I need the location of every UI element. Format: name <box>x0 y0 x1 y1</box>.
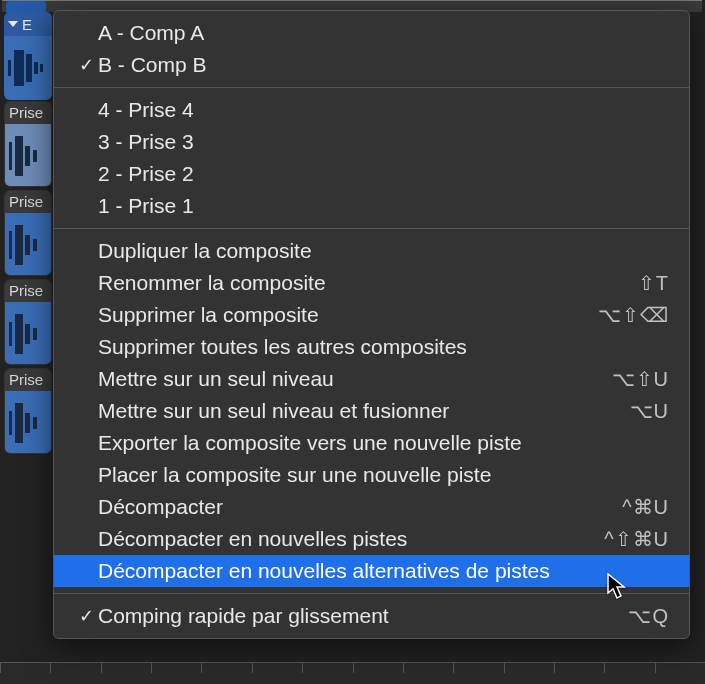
menu-item-unpack-new-track-alternatives[interactable]: Décompacter en nouvelles alternatives de… <box>54 555 689 587</box>
menu-item-label: Exporter la composite vers une nouvelle … <box>98 431 669 455</box>
menu-item-label: Supprimer toutes les autres composites <box>98 335 669 359</box>
comp-region-header[interactable]: E <box>4 12 52 36</box>
menu-item-label: Mettre sur un seul niveau et fusionner <box>98 399 630 423</box>
take-region[interactable]: Prise <box>4 279 52 365</box>
checkmark-icon: ✓ <box>74 54 98 76</box>
menu-item-label: Renommer la composite <box>98 271 638 295</box>
menu-item-take-3[interactable]: 3 - Prise 3 <box>54 126 689 158</box>
menu-item-shortcut: ⇧T <box>638 271 669 295</box>
comp-region-waveform <box>4 36 52 100</box>
take-region-waveform <box>5 124 51 187</box>
take-region-waveform <box>5 213 51 276</box>
take-region-label: Prise <box>5 102 51 124</box>
menu-item-label: Placer la composite sur une nouvelle pis… <box>98 463 669 487</box>
menu-item-label: Supprimer la composite <box>98 303 598 327</box>
take-folder-context-menu: A - Comp A ✓ B - Comp B 4 - Prise 4 3 - … <box>53 10 690 639</box>
menu-item-export-comp-new-track[interactable]: Exporter la composite vers une nouvelle … <box>54 427 689 459</box>
menu-item-delete-comp[interactable]: Supprimer la composite ⌥⇧⌫ <box>54 299 689 331</box>
take-region[interactable]: Prise <box>4 101 52 187</box>
menu-item-shortcut: ⌥Q <box>628 604 669 628</box>
menu-item-label: Décompacter en nouvelles alternatives de… <box>98 559 669 583</box>
menu-item-quick-swipe-comping[interactable]: ✓ Comping rapide par glissement ⌥Q <box>54 600 689 632</box>
menu-item-unpack[interactable]: Décompacter ^⌘U <box>54 491 689 523</box>
menu-item-take-2[interactable]: 2 - Prise 2 <box>54 158 689 190</box>
menu-item-shortcut: ⌥⇧U <box>612 367 669 391</box>
menu-item-label: Comping rapide par glissement <box>98 604 628 628</box>
menu-item-label: A - Comp A <box>98 21 669 45</box>
menu-item-label: Décompacter <box>98 495 622 519</box>
take-region-label: Prise <box>5 369 51 391</box>
comp-region-label: E <box>22 16 32 33</box>
menu-item-take-1[interactable]: 1 - Prise 1 <box>54 190 689 222</box>
menu-separator <box>54 593 689 594</box>
take-region-waveform <box>5 391 51 454</box>
menu-item-rename-comp[interactable]: Renommer la composite ⇧T <box>54 267 689 299</box>
take-region-label: Prise <box>5 191 51 213</box>
menu-item-move-comp-new-track[interactable]: Placer la composite sur une nouvelle pis… <box>54 459 689 491</box>
menu-item-label: Dupliquer la composite <box>98 239 669 263</box>
menu-separator <box>54 228 689 229</box>
menu-item-take-4[interactable]: 4 - Prise 4 <box>54 94 689 126</box>
take-region-label: Prise <box>5 280 51 302</box>
menu-separator <box>54 87 689 88</box>
menu-item-shortcut: ^⇧⌘U <box>604 527 669 551</box>
take-region[interactable]: Prise <box>4 368 52 454</box>
menu-item-unpack-new-tracks[interactable]: Décompacter en nouvelles pistes ^⇧⌘U <box>54 523 689 555</box>
comp-region[interactable]: E <box>4 12 52 100</box>
menu-item-label: 1 - Prise 1 <box>98 194 669 218</box>
menu-item-label: 4 - Prise 4 <box>98 98 669 122</box>
ruler <box>0 662 705 684</box>
menu-item-shortcut: ⌥U <box>630 399 669 423</box>
menu-item-flatten-merge[interactable]: Mettre sur un seul niveau et fusionner ⌥… <box>54 395 689 427</box>
disclosure-triangle-icon[interactable] <box>8 21 18 27</box>
menu-item-shortcut: ⌥⇧⌫ <box>598 303 669 327</box>
checkmark-icon: ✓ <box>74 605 98 627</box>
menu-item-label: 2 - Prise 2 <box>98 162 669 186</box>
menu-item-comp-a[interactable]: A - Comp A <box>54 17 689 49</box>
menu-item-label: Mettre sur un seul niveau <box>98 367 612 391</box>
menu-item-duplicate-comp[interactable]: Dupliquer la composite <box>54 235 689 267</box>
take-region-waveform <box>5 302 51 365</box>
menu-item-flatten[interactable]: Mettre sur un seul niveau ⌥⇧U <box>54 363 689 395</box>
menu-item-comp-b[interactable]: ✓ B - Comp B <box>54 49 689 81</box>
menu-item-label: Décompacter en nouvelles pistes <box>98 527 604 551</box>
menu-item-delete-other-comps[interactable]: Supprimer toutes les autres composites <box>54 331 689 363</box>
menu-item-label: B - Comp B <box>98 53 669 77</box>
menu-item-label: 3 - Prise 3 <box>98 130 669 154</box>
take-region[interactable]: Prise <box>4 190 52 276</box>
menu-item-shortcut: ^⌘U <box>622 495 669 519</box>
